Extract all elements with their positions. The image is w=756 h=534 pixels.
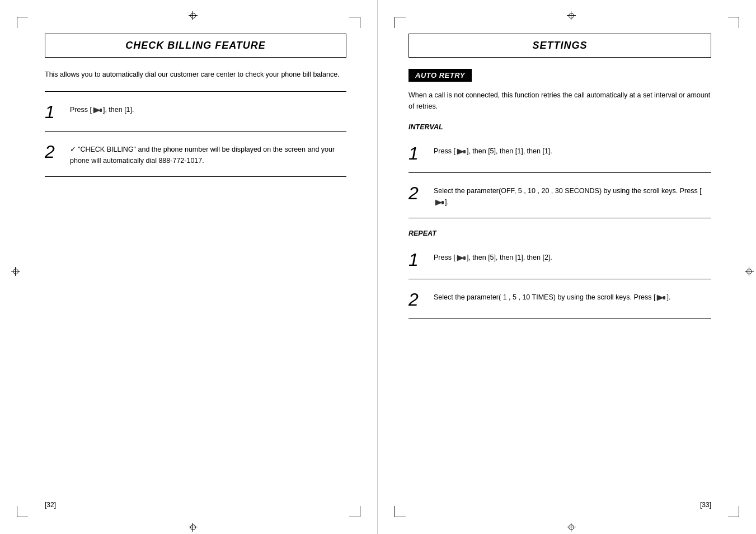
phone-icon-3 [434,199,444,207]
left-step-1: 1 Press [], then [1]. [45,91,346,132]
left-steps-section: 1 Press [], then [1]. 2 ✓"CHECK BILLING"… [45,91,346,177]
phone-icon-1 [92,106,102,114]
interval-step-1-before: Press [ [434,147,456,155]
svg-rect-5 [442,201,444,204]
left-step-1-number: 1 [45,102,70,121]
interval-step-2-before: Select the parameter(OFF, 5 , 10 , 20 , … [434,187,702,195]
repeat-step-1-content: Press [], then [5], then [1], then [2]. [434,250,711,263]
left-page-number: [32] [45,501,56,509]
corner-mark-br [349,506,360,517]
repeat-step-1-after: ], then [5], then [1], then [2]. [467,254,552,261]
left-step-2: 2 ✓"CHECK BILLING" and the phone number … [45,132,346,177]
left-section-title: CHECK BILLING FEATURE [57,40,335,51]
repeat-section: REPEAT 1 Press [], then [5], then [1], t… [408,229,711,319]
left-step-2-text: "CHECK BILLING" and the phone number wil… [70,146,335,165]
interval-step-2-after: ]. [445,198,449,206]
corner-mark-tr [349,17,360,28]
interval-step-1-after: ], then [5], then [1], then [1]. [467,147,552,155]
repeat-step-1: 1 Press [], then [5], then [1], then [2]… [408,240,711,279]
phone-icon-2 [456,148,466,156]
svg-marker-8 [657,295,664,301]
left-step-1-text-after: ], then [1]. [103,106,134,114]
left-page: CHECK BILLING FEATURE This allows you to… [0,0,378,534]
left-step-2-number: 2 [45,142,70,161]
left-step-2-content: ✓"CHECK BILLING" and the phone number wi… [70,142,346,166]
repeat-step-2: 2 Select the parameter( 1 , 5 , 10 TIMES… [408,279,711,319]
corner-mark-tl [17,17,28,28]
interval-step-1-content: Press [], then [5], then [1], then [1]. [434,143,711,157]
interval-step-2-number: 2 [408,183,434,202]
repeat-step-2-after: ]. [666,293,670,301]
right-page-number: [33] [700,501,711,509]
right-corner-bl [395,506,406,517]
auto-retry-badge: AUTO RETRY [408,69,472,82]
right-corner-br [728,506,739,517]
left-section-title-box: CHECK BILLING FEATURE [45,34,346,58]
svg-rect-9 [663,296,665,299]
right-corner-tl [395,17,406,28]
interval-step-2: 2 Select the parameter(OFF, 5 , 10 , 20 … [408,173,711,218]
checkmark-icon: ✓ [70,144,76,155]
phone-icon-4 [456,254,466,262]
right-corner-tr [728,17,739,28]
repeat-step-2-before: Select the parameter( 1 , 5 , 10 TIMES) … [434,293,655,301]
left-intro-text: This allows you to automatically dial ou… [45,69,346,80]
repeat-step-1-number: 1 [408,250,434,269]
left-step-1-content: Press [], then [1]. [70,102,346,115]
interval-step-2-content: Select the parameter(OFF, 5 , 10 , 20 , … [434,183,711,208]
svg-marker-2 [457,149,464,154]
svg-marker-0 [93,107,100,113]
interval-step-1: 1 Press [], then [5], then [1], then [1]… [408,133,711,173]
svg-marker-6 [457,255,464,261]
repeat-step-2-content: Select the parameter( 1 , 5 , 10 TIMES) … [434,289,711,303]
right-section-title-box: SETTINGS [408,34,711,58]
interval-step-1-number: 1 [408,143,434,162]
corner-mark-bl [17,506,28,517]
interval-label: INTERVAL [408,123,711,131]
svg-rect-1 [100,109,102,112]
repeat-label: REPEAT [408,229,711,237]
repeat-step-2-number: 2 [408,289,434,308]
svg-rect-3 [463,150,466,153]
interval-section: INTERVAL 1 Press [], then [5], then [1],… [408,123,711,218]
svg-rect-7 [463,256,466,260]
auto-retry-desc: When a call is not connected, this funct… [408,90,711,112]
repeat-step-1-before: Press [ [434,254,456,261]
right-page: SETTINGS AUTO RETRY When a call is not c… [378,0,756,534]
phone-icon-5 [656,294,666,302]
left-step-1-text-before: Press [ [70,106,92,114]
right-section-title: SETTINGS [420,40,699,51]
svg-marker-4 [435,200,442,205]
